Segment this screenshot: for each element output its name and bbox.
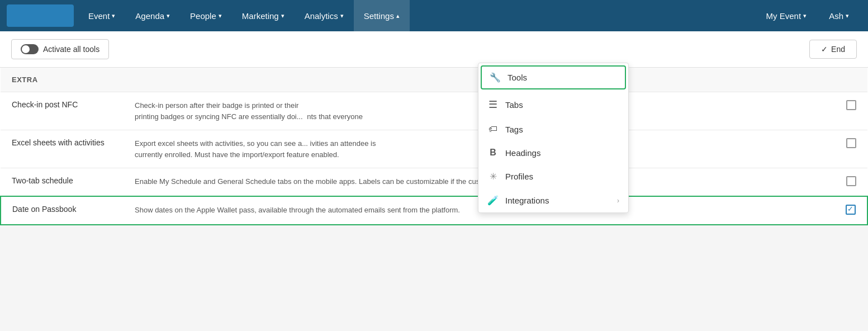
table-row: Two-tab schedule Enable My Schedule and … bbox=[1, 168, 867, 197]
chevron-down-icon: ▾ bbox=[340, 12, 344, 20]
tool-name: Excel sheets with activities bbox=[1, 130, 124, 168]
dropdown-item-label: Tools bbox=[507, 73, 617, 82]
checkbox[interactable] bbox=[846, 176, 856, 186]
nav-right: My Event ▾ Ash ▾ bbox=[756, 0, 859, 31]
chevron-down-icon: ▾ bbox=[112, 12, 115, 20]
dropdown-item-label: Headings bbox=[505, 148, 619, 158]
end-button[interactable]: ✓ End bbox=[809, 40, 857, 59]
nav-item-event[interactable]: Event ▾ bbox=[78, 0, 125, 31]
tool-name: Check-in post NFC bbox=[1, 92, 124, 130]
dropdown-item-profiles[interactable]: ✳ Profiles bbox=[478, 164, 628, 188]
nav-items: Event ▾ Agenda ▾ People ▾ Marketing ▾ An… bbox=[78, 0, 756, 31]
table-row: Excel sheets with activities Export exce… bbox=[1, 130, 867, 168]
dropdown-item-label: Tabs bbox=[505, 100, 619, 110]
tool-checkbox-cell[interactable] bbox=[834, 130, 867, 168]
tool-checkbox-cell[interactable] bbox=[834, 196, 867, 225]
chevron-up-icon: ▴ bbox=[396, 12, 400, 20]
dropdown-item-tags[interactable]: 🏷 Tags bbox=[478, 117, 628, 141]
asterisk-icon: ✳ bbox=[487, 171, 499, 182]
checkbox-checked[interactable] bbox=[846, 205, 856, 215]
tool-name: Date on Passbook bbox=[1, 196, 124, 225]
activate-all-tools-button[interactable]: Activate all tools bbox=[11, 39, 109, 59]
dropdown-item-tabs[interactable]: ☰ Tabs bbox=[478, 92, 628, 117]
tool-name: Two-tab schedule bbox=[1, 168, 124, 197]
toolbar: Activate all tools ✓ End bbox=[0, 31, 868, 68]
tool-checkbox-cell[interactable] bbox=[834, 168, 867, 197]
toggle-icon bbox=[21, 44, 39, 54]
end-label: End bbox=[831, 45, 845, 54]
chevron-down-icon: ▾ bbox=[281, 12, 284, 20]
main-content: Activate all tools ✓ End EXTRA Check-in … bbox=[0, 31, 868, 225]
dropdown-item-label: Profiles bbox=[505, 172, 619, 181]
tool-checkbox-cell[interactable] bbox=[834, 92, 867, 130]
tabs-icon: ☰ bbox=[487, 98, 499, 111]
dropdown-item-tools[interactable]: 🔧 Tools bbox=[481, 65, 626, 89]
checkbox[interactable] bbox=[846, 138, 856, 148]
settings-dropdown: 🔧 Tools ☰ Tabs 🏷 Tags B Headings ✳ Profi… bbox=[478, 63, 629, 213]
chevron-right-icon: › bbox=[617, 197, 619, 205]
nav-item-myevent[interactable]: My Event ▾ bbox=[756, 0, 817, 31]
table-row-highlighted: Date on Passbook Show dates on the Apple… bbox=[1, 196, 867, 225]
table-row: Check-in post NFC Check-in person after … bbox=[1, 92, 867, 130]
dropdown-item-integrations[interactable]: 🧪 Integrations › bbox=[478, 188, 628, 212]
tag-icon: 🏷 bbox=[487, 124, 499, 134]
nav-item-marketing[interactable]: Marketing ▾ bbox=[232, 0, 295, 31]
navbar: Event ▾ Agenda ▾ People ▾ Marketing ▾ An… bbox=[0, 0, 868, 31]
nav-item-agenda[interactable]: Agenda ▾ bbox=[125, 0, 180, 31]
wrench-icon: 🔧 bbox=[490, 72, 501, 83]
chevron-down-icon: ▾ bbox=[167, 12, 170, 20]
dropdown-item-headings[interactable]: B Headings bbox=[478, 141, 628, 164]
dropdown-item-label: Tags bbox=[505, 125, 619, 134]
chevron-down-icon: ▾ bbox=[219, 12, 222, 20]
check-icon: ✓ bbox=[821, 45, 828, 54]
chevron-down-icon: ▾ bbox=[803, 12, 807, 20]
nav-item-analytics[interactable]: Analytics ▾ bbox=[295, 0, 354, 31]
checkbox[interactable] bbox=[846, 100, 856, 110]
section-header: EXTRA bbox=[1, 68, 867, 92]
toggle-label: Activate all tools bbox=[43, 45, 99, 54]
nav-item-settings[interactable]: Settings ▴ bbox=[354, 0, 410, 31]
dropdown-item-label: Integrations bbox=[505, 196, 610, 205]
nav-item-people[interactable]: People ▾ bbox=[180, 0, 232, 31]
tools-table: EXTRA Check-in post NFC Check-in person … bbox=[0, 68, 868, 225]
flask-icon: 🧪 bbox=[487, 195, 499, 206]
chevron-down-icon: ▾ bbox=[846, 12, 849, 20]
bold-icon: B bbox=[487, 148, 499, 158]
logo[interactable] bbox=[7, 4, 74, 27]
nav-item-ash[interactable]: Ash ▾ bbox=[819, 0, 859, 31]
